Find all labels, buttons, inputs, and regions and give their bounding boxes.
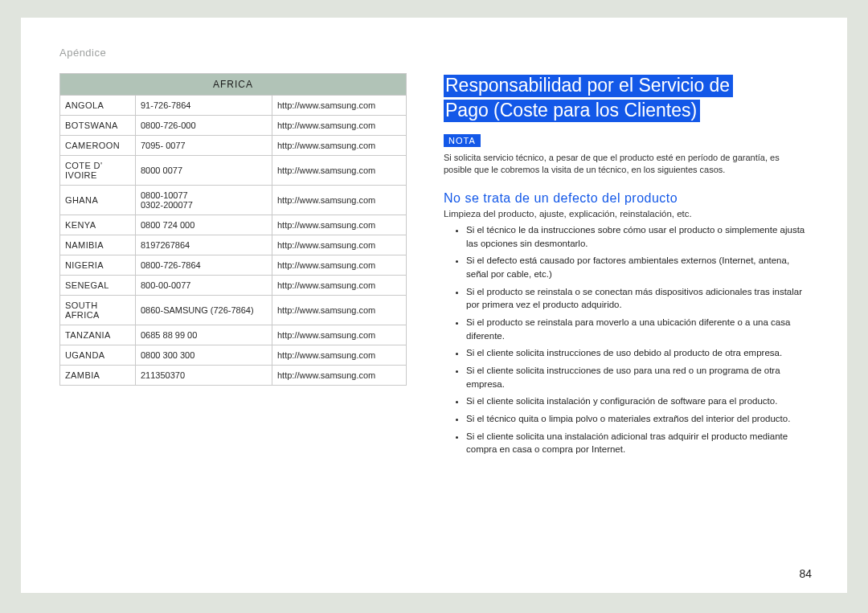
table-row: ANGOLA91-726-7864http://www.samsung.com — [60, 96, 407, 116]
url-cell: http://www.samsung.com — [272, 255, 407, 276]
phone-cell: 0860-SAMSUNG (726-7864) — [136, 296, 272, 325]
table-row: TANZANIA0685 88 99 00http://www.samsung.… — [60, 325, 407, 345]
table-row: GHANA0800-10077 0302-200077http://www.sa… — [60, 186, 407, 215]
phone-cell: 0800-726-000 — [136, 116, 272, 136]
table-header: AFRICA — [60, 74, 407, 96]
right-column: Responsabilidad por el Servicio de Pago … — [444, 73, 809, 460]
phone-cell: 0800-726-7864 — [136, 255, 272, 276]
url-cell: http://www.samsung.com — [272, 116, 407, 136]
table-row: NIGERIA0800-726-7864http://www.samsung.c… — [60, 255, 407, 276]
url-cell: http://www.samsung.com — [272, 325, 407, 345]
phone-cell: 0800 300 300 — [136, 345, 272, 366]
country-cell: COTE D' IVOIRE — [60, 156, 136, 186]
list-item: Si el cliente solicita instrucciones de … — [466, 346, 809, 360]
contact-table: AFRICA ANGOLA91-726-7864http://www.samsu… — [59, 73, 407, 386]
url-cell: http://www.samsung.com — [272, 276, 407, 296]
list-item: Si el cliente solicita instrucciones de … — [466, 364, 809, 390]
phone-cell: 211350370 — [136, 366, 272, 386]
country-cell: UGANDA — [60, 345, 136, 366]
table-row: UGANDA0800 300 300http://www.samsung.com — [60, 345, 407, 366]
list-item: Si el cliente solicita instalación y con… — [466, 394, 809, 408]
two-column-layout: AFRICA ANGOLA91-726-7864http://www.samsu… — [59, 73, 809, 460]
country-cell: ZAMBIA — [60, 366, 136, 386]
phone-cell: 800-00-0077 — [136, 276, 272, 296]
country-cell: BOTSWANA — [60, 116, 136, 136]
table-row: KENYA0800 724 000http://www.samsung.com — [60, 215, 407, 235]
url-cell: http://www.samsung.com — [272, 136, 407, 156]
sub-heading: No se trata de un defecto del producto — [444, 191, 809, 206]
country-cell: TANZANIA — [60, 325, 136, 345]
list-item: Si el producto se reinstala para moverlo… — [466, 316, 809, 342]
phone-cell: 0800 724 000 — [136, 215, 272, 235]
main-title: Responsabilidad por el Servicio de Pago … — [444, 73, 809, 123]
country-cell: CAMEROON — [60, 136, 136, 156]
phone-cell: 91-726-7864 — [136, 96, 272, 116]
list-item: Si el defecto está causado por factores … — [466, 254, 809, 280]
table-row: SENEGAL800-00-0077http://www.samsung.com — [60, 276, 407, 296]
list-item: Si el técnico quita o limpia polvo o mat… — [466, 412, 809, 426]
title-line-1: Responsabilidad por el Servicio de — [444, 75, 733, 97]
url-cell: http://www.samsung.com — [272, 296, 407, 325]
country-cell: KENYA — [60, 215, 136, 235]
url-cell: http://www.samsung.com — [272, 156, 407, 186]
list-item: Si el producto se reinstala o se conecta… — [466, 285, 809, 312]
list-item: Si el técnico le da instrucciones sobre … — [466, 223, 809, 250]
nota-text: Si solicita servicio técnico, a pesar de… — [444, 152, 809, 177]
page-number: 84 — [799, 567, 812, 580]
url-cell: http://www.samsung.com — [272, 96, 407, 116]
country-cell: GHANA — [60, 186, 136, 215]
table-row: BOTSWANA0800-726-000http://www.samsung.c… — [60, 116, 407, 136]
bullet-list: Si el técnico le da instrucciones sobre … — [444, 223, 809, 456]
url-cell: http://www.samsung.com — [272, 366, 407, 386]
country-cell: NAMIBIA — [60, 235, 136, 255]
country-cell: ANGOLA — [60, 96, 136, 116]
list-item: Si el cliente solicita una instalación a… — [466, 430, 809, 456]
phone-cell: 7095- 0077 — [136, 136, 272, 156]
phone-cell: 0800-10077 0302-200077 — [136, 186, 272, 215]
country-cell: SENEGAL — [60, 276, 136, 296]
url-cell: http://www.samsung.com — [272, 345, 407, 366]
left-column: AFRICA ANGOLA91-726-7864http://www.samsu… — [59, 73, 407, 460]
phone-cell: 8000 0077 — [136, 156, 272, 186]
phone-cell: 0685 88 99 00 — [136, 325, 272, 345]
table-row: SOUTH AFRICA0860-SAMSUNG (726-7864)http:… — [60, 296, 407, 325]
url-cell: http://www.samsung.com — [272, 235, 407, 255]
table-row: NAMIBIA8197267864http://www.samsung.com — [60, 235, 407, 255]
url-cell: http://www.samsung.com — [272, 215, 407, 235]
country-cell: NIGERIA — [60, 255, 136, 276]
table-row: CAMEROON7095- 0077http://www.samsung.com — [60, 136, 407, 156]
phone-cell: 8197267864 — [136, 235, 272, 255]
title-line-2: Pago (Coste para los Clientes) — [444, 100, 700, 122]
document-page: Apéndice AFRICA ANGOLA91-726-7864http://… — [21, 18, 847, 593]
lead-text: Limpieza del producto, ajuste, explicaci… — [444, 209, 809, 219]
table-row: ZAMBIA211350370http://www.samsung.com — [60, 366, 407, 386]
nota-badge: NOTA — [444, 134, 481, 147]
section-label: Apéndice — [59, 47, 809, 59]
table-row: COTE D' IVOIRE8000 0077http://www.samsun… — [60, 156, 407, 186]
country-cell: SOUTH AFRICA — [60, 296, 136, 325]
url-cell: http://www.samsung.com — [272, 186, 407, 215]
